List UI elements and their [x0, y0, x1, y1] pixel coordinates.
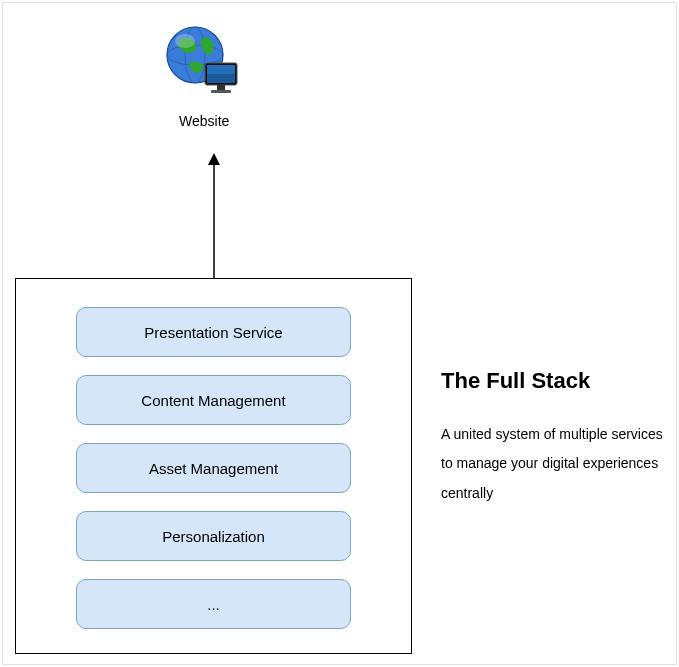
consumer-label: Website [179, 113, 229, 129]
svg-point-4 [175, 34, 195, 48]
aside-description: A united system of multiple services to … [441, 420, 666, 508]
stack-item-asset-management: Asset Management [76, 443, 351, 493]
stack-container: Presentation Service Content Management … [15, 278, 412, 654]
diagram-frame: Website Presentation Service Content Man… [2, 2, 677, 665]
stack-item-personalization: Personalization [76, 511, 351, 561]
svg-rect-8 [217, 85, 225, 90]
arrow-up-icon [208, 153, 220, 278]
globe-monitor-icon [161, 21, 241, 101]
stack-item-more: ... [76, 579, 351, 629]
stack-item-content-management: Content Management [76, 375, 351, 425]
stack-item-presentation: Presentation Service [76, 307, 351, 357]
stack-items: Presentation Service Content Management … [16, 279, 411, 629]
svg-rect-9 [211, 90, 231, 93]
aside-text: The Full Stack A united system of multip… [441, 368, 666, 508]
aside-title: The Full Stack [441, 368, 666, 394]
svg-rect-7 [207, 65, 235, 74]
svg-marker-11 [208, 153, 220, 165]
